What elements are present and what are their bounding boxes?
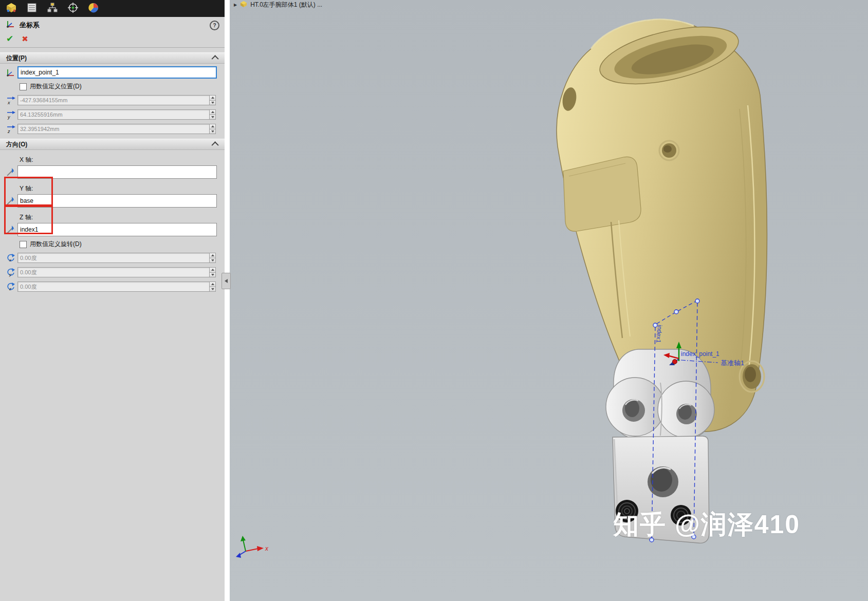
spinner-down-button bbox=[209, 287, 216, 292]
x-position-field bbox=[17, 95, 209, 105]
chevron-up-icon bbox=[212, 55, 219, 62]
direction-group: 方向(O) X 轴: Y 轴: Z 轴: bbox=[0, 139, 225, 292]
sketch-point[interactable] bbox=[695, 299, 699, 303]
y-axis-row bbox=[4, 194, 217, 208]
watermark: 知乎 @润泽410 bbox=[613, 508, 800, 542]
y-rotation-field bbox=[17, 267, 209, 277]
configuration-manager-icon bbox=[47, 2, 58, 15]
panel-collapse-handle[interactable] bbox=[221, 273, 231, 289]
define-position-checkbox[interactable]: 用数值定义位置(D) bbox=[20, 82, 225, 91]
coordinate-origin-icon bbox=[4, 67, 17, 78]
breadcrumb: ▶ HT.0左手腕部体1 (默认) ... bbox=[234, 0, 322, 9]
z-axis-row bbox=[4, 223, 217, 236]
triad-z-arrow bbox=[236, 553, 241, 558]
checkbox-icon bbox=[20, 241, 27, 248]
property-manager-header: 坐标系 ? bbox=[0, 18, 225, 32]
index-point-label[interactable]: index_point_1 bbox=[681, 350, 719, 358]
spinner-up-button bbox=[209, 253, 216, 258]
view-triad: x bbox=[236, 536, 269, 558]
y-axis-pick-icon bbox=[4, 196, 17, 206]
z-position-spinner bbox=[209, 124, 216, 134]
coordinate-system-icon bbox=[5, 19, 15, 31]
z-rotation-row: z bbox=[4, 281, 216, 292]
part-icon bbox=[240, 1, 247, 9]
tab-dimxpert-manager[interactable] bbox=[67, 3, 79, 15]
y-position-row: y bbox=[4, 109, 216, 120]
panel-splitter[interactable] bbox=[225, 0, 230, 601]
z-axis-label: Z 轴: bbox=[20, 213, 225, 222]
y-rotation-spinner bbox=[209, 267, 216, 277]
graphics-viewport[interactable]: ▶ HT.0左手腕部体1 (默认) ... bbox=[230, 0, 868, 601]
tab-configuration-manager[interactable] bbox=[46, 3, 59, 15]
spinner-up-button bbox=[209, 281, 216, 287]
position-section-title: 位置(P) bbox=[6, 54, 27, 63]
svg-text:y: y bbox=[9, 272, 12, 277]
x-axis-input[interactable] bbox=[17, 165, 217, 179]
panel-title: 坐标系 bbox=[20, 21, 40, 30]
spinner-down-button bbox=[209, 115, 216, 120]
help-icon[interactable]: ? bbox=[210, 21, 219, 30]
spinner-up-button bbox=[209, 267, 216, 273]
x-position-row: x bbox=[4, 95, 216, 105]
y-axis-input[interactable] bbox=[17, 194, 217, 208]
checkbox-icon bbox=[20, 83, 27, 90]
z-axis-input[interactable] bbox=[17, 223, 217, 236]
display-manager-icon bbox=[88, 2, 99, 15]
tree-expander[interactable]: ▶ bbox=[234, 3, 237, 7]
tab-property-manager[interactable] bbox=[26, 3, 38, 15]
solidworks-app: 坐标系 ? ✔ ✖ 位置(P) 用数值定义位置(D) bbox=[0, 0, 868, 601]
manager-tab-bar bbox=[0, 0, 225, 17]
x-axis-label: X 轴: bbox=[20, 156, 225, 164]
sketch-point[interactable] bbox=[674, 310, 678, 314]
position-section-header[interactable]: 位置(P) bbox=[0, 52, 225, 64]
coordinate-name-row bbox=[4, 66, 217, 79]
x-axis-pick-icon bbox=[4, 167, 17, 177]
spinner-up-button bbox=[209, 109, 216, 115]
x-coordinate-icon: x bbox=[4, 95, 17, 105]
x-rotation-spinner bbox=[209, 253, 216, 263]
x-axis-row bbox=[4, 165, 217, 179]
dimxpert-target-icon bbox=[67, 2, 79, 15]
z-rotation-spinner bbox=[209, 281, 216, 292]
tab-display-manager[interactable] bbox=[87, 3, 100, 15]
triad-x-label: x bbox=[265, 545, 269, 552]
coordinate-name-input[interactable] bbox=[17, 66, 217, 79]
direction-section-title: 方向(O) bbox=[6, 140, 27, 149]
spinner-down-button bbox=[209, 258, 216, 264]
collapse-arrow-icon bbox=[223, 279, 228, 283]
datum-axis-label[interactable]: 基准轴1 bbox=[721, 359, 744, 367]
property-list-icon bbox=[26, 2, 38, 15]
triad-x-arrow bbox=[257, 546, 264, 551]
z-rotation-icon: z bbox=[4, 281, 17, 292]
breadcrumb-label[interactable]: HT.0左手腕部体1 (默认) ... bbox=[250, 1, 322, 9]
part-model-icon bbox=[6, 2, 17, 15]
direction-section-header[interactable]: 方向(O) bbox=[0, 139, 225, 150]
chevron-up-icon bbox=[212, 141, 219, 148]
y-axis-label: Y 轴: bbox=[20, 184, 225, 193]
z-coordinate-icon: z bbox=[4, 124, 17, 134]
x-rotation-field bbox=[17, 253, 209, 263]
z-position-row: z bbox=[4, 124, 216, 134]
y-position-spinner bbox=[209, 109, 216, 120]
spinner-down-button bbox=[209, 101, 216, 106]
svg-text:z: z bbox=[7, 129, 10, 134]
z-position-field bbox=[17, 124, 209, 134]
z-rotation-field bbox=[17, 281, 209, 292]
y-rotation-row: y bbox=[4, 267, 216, 277]
panel-actions: ✔ ✖ bbox=[0, 32, 225, 48]
spinner-down-button bbox=[209, 273, 216, 278]
ok-button[interactable]: ✔ bbox=[6, 33, 13, 44]
x-rotation-row: x bbox=[4, 253, 216, 263]
triad-y-arrow bbox=[241, 536, 246, 541]
origin-point[interactable] bbox=[673, 360, 677, 364]
x-position-spinner bbox=[209, 95, 216, 105]
svg-text:y: y bbox=[7, 115, 10, 120]
tab-feature-manager[interactable] bbox=[5, 3, 17, 15]
y-coordinate-icon: y bbox=[4, 109, 17, 120]
svg-text:z: z bbox=[9, 287, 11, 291]
cancel-button[interactable]: ✖ bbox=[22, 34, 28, 44]
spinner-up-button bbox=[209, 95, 216, 101]
y-rotation-icon: y bbox=[4, 267, 17, 277]
y-position-field bbox=[17, 109, 209, 120]
define-rotation-checkbox[interactable]: 用数值定义旋转(D) bbox=[20, 240, 225, 249]
